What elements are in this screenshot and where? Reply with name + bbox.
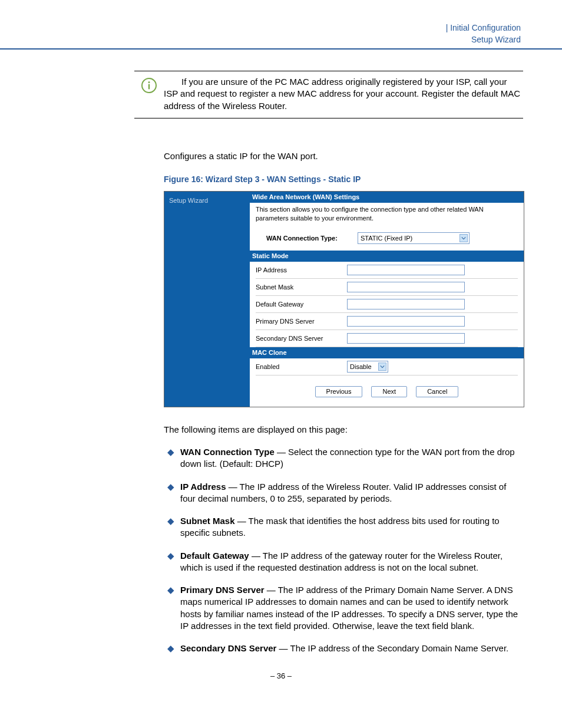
bullet-term: IP Address (180, 482, 226, 492)
header-line1: | Initial Configuration (446, 22, 521, 34)
row-default-gateway: Default Gateway (256, 296, 518, 313)
bullet-item: ◆Primary DNS Server — The IP address of … (164, 584, 523, 632)
wan-connection-row: WAN Connection Type: STATIC (Fixed IP) (256, 228, 518, 251)
row-mac-enabled: Enabled Disable (256, 358, 518, 375)
diamond-bullet-icon: ◆ (164, 584, 180, 632)
svg-rect-2 (148, 84, 150, 90)
bullet-term: Subnet Mask (180, 516, 235, 526)
bullet-text: Secondary DNS Server — The IP address of… (180, 643, 523, 654)
wan-connection-label: WAN Connection Type: (256, 234, 358, 243)
row-secondary-dns: Secondary DNS Server (256, 330, 518, 347)
mac-enabled-select[interactable]: Disable (347, 361, 388, 373)
row-subnet-mask: Subnet Mask (256, 279, 518, 296)
label-ip-address: IP Address (256, 266, 347, 275)
diamond-bullet-icon: ◆ (164, 481, 180, 505)
body-intro: The following items are displayed on thi… (164, 424, 523, 436)
chevron-down-icon (378, 363, 386, 371)
diamond-bullet-icon: ◆ (164, 550, 180, 574)
row-ip-address: IP Address (256, 262, 518, 279)
mac-enabled-value: Disable (350, 363, 372, 371)
label-mac-enabled: Enabled (256, 363, 347, 371)
figure-caption: Figure 16: Wizard Step 3 - WAN Settings … (164, 174, 523, 185)
info-note-box: If you are unsure of the PC MAC address … (134, 71, 523, 118)
page-header: | Initial Configuration Setup Wizard (0, 22, 562, 50)
info-icon (134, 76, 164, 112)
label-primary-dns: Primary DNS Server (256, 317, 347, 326)
bullet-item: ◆Secondary DNS Server — The IP address o… (164, 643, 523, 654)
bullet-term: WAN Connection Type (180, 447, 275, 457)
bullet-item: ◆Subnet Mask — The mask that identifies … (164, 515, 523, 539)
label-secondary-dns: Secondary DNS Server (256, 334, 347, 343)
cancel-button[interactable]: Cancel (416, 386, 458, 397)
input-ip-address[interactable] (347, 265, 465, 275)
bullet-desc: — The IP address of the Wireless Router.… (180, 482, 506, 503)
bullet-item: ◆WAN Connection Type — Select the connec… (164, 446, 523, 470)
diamond-bullet-icon: ◆ (164, 446, 180, 470)
figure-screenshot: Setup Wizard Wide Area Network (WAN) Set… (164, 191, 524, 407)
button-row: Previous Next Cancel (256, 375, 518, 397)
bullet-desc: — The IP address of the Secondary Domain… (276, 643, 508, 653)
header-breadcrumb: | Initial Configuration Setup Wizard (446, 22, 521, 45)
label-subnet-mask: Subnet Mask (256, 283, 347, 292)
bullet-text: Subnet Mask — The mask that identifies t… (180, 515, 523, 539)
screenshot-sidebar: Setup Wizard (164, 192, 250, 407)
info-note-text: If you are unsure of the PC MAC address … (164, 76, 523, 112)
svg-point-1 (148, 81, 150, 83)
intro-paragraph: Configures a static IP for the WAN port. (164, 150, 523, 162)
diamond-bullet-icon: ◆ (164, 515, 180, 539)
screenshot-main: Wide Area Network (WAN) Settings This se… (250, 192, 524, 407)
bullet-text: WAN Connection Type — Select the connect… (180, 446, 523, 470)
diamond-bullet-icon: ◆ (164, 643, 180, 654)
bullet-term: Primary DNS Server (180, 585, 265, 595)
static-mode-header: Static Mode (250, 251, 524, 262)
wan-connection-select[interactable]: STATIC (Fixed IP) (358, 232, 470, 244)
chevron-down-icon (459, 234, 468, 242)
sidebar-item-setup-wizard[interactable]: Setup Wizard (169, 196, 247, 205)
mac-clone-header: MAC Clone (250, 347, 524, 358)
bullet-text: Primary DNS Server — The IP address of t… (180, 584, 523, 632)
wan-connection-value: STATIC (Fixed IP) (361, 234, 412, 243)
next-button[interactable]: Next (371, 386, 407, 397)
input-default-gateway[interactable] (347, 299, 465, 309)
bullet-item: ◆Default Gateway — The IP address of the… (164, 550, 523, 574)
input-secondary-dns[interactable] (347, 333, 465, 344)
previous-button[interactable]: Previous (315, 386, 363, 397)
label-default-gateway: Default Gateway (256, 300, 347, 309)
panel-description: This section allows you to configure the… (256, 203, 518, 229)
panel-title: Wide Area Network (WAN) Settings (250, 192, 524, 203)
input-subnet-mask[interactable] (347, 282, 465, 292)
page-number: – 36 – (39, 671, 523, 681)
bullet-item: ◆IP Address — The IP address of the Wire… (164, 481, 523, 505)
bullet-term: Default Gateway (180, 551, 249, 561)
bullet-list: ◆WAN Connection Type — Select the connec… (164, 446, 523, 654)
header-line2: Setup Wizard (446, 34, 521, 46)
page-content: If you are unsure of the PC MAC address … (164, 71, 523, 681)
row-primary-dns: Primary DNS Server (256, 313, 518, 330)
bullet-term: Secondary DNS Server (180, 643, 276, 653)
input-primary-dns[interactable] (347, 316, 465, 327)
bullet-text: IP Address — The IP address of the Wirel… (180, 481, 523, 505)
bullet-text: Default Gateway — The IP address of the … (180, 550, 523, 574)
